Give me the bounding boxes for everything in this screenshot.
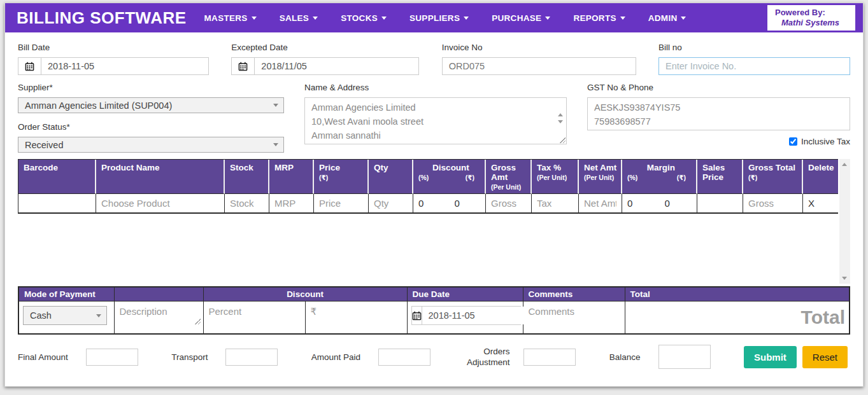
gst-phone-box[interactable]: AESKJS93874YIS75 75983698577: [587, 97, 850, 130]
discount-rs-input[interactable]: [450, 195, 486, 212]
nav-stocks[interactable]: STOCKS: [341, 13, 387, 23]
product-table-header: Barcode Product Name Stock MRP Price(₹) …: [18, 160, 838, 194]
excepted-date-input[interactable]: [255, 58, 418, 74]
comments-textarea[interactable]: [527, 305, 621, 318]
gross-total-input[interactable]: [743, 195, 802, 212]
transport-label: Transport: [171, 352, 208, 362]
name-address-label: Name & Address: [304, 83, 567, 92]
discount-percent-input[interactable]: [208, 305, 301, 318]
inclusive-tax-checkbox[interactable]: [789, 137, 797, 146]
col-product-name: Product Name: [96, 160, 225, 194]
caret-down-icon: [381, 17, 387, 20]
product-table-region: Barcode Product Name Stock MRP Price(₹) …: [18, 159, 850, 284]
resize-handle-icon[interactable]: [559, 137, 566, 143]
col-gross-total: Gross Total(₹): [743, 160, 803, 194]
caret-down-icon: [681, 17, 686, 20]
nav-reports[interactable]: REPORTS: [573, 13, 625, 23]
bill-no-label: Bill no: [658, 43, 850, 52]
product-name-input[interactable]: [96, 195, 224, 212]
caret-down-icon: [273, 143, 278, 146]
caret-down-icon: [273, 104, 278, 107]
nav-suppliers[interactable]: SUPPLIERS: [409, 13, 469, 23]
supplier-row: Supplier* Amman Agencies Limited (SUP004…: [18, 83, 850, 153]
powered-by-badge: Powered By: Mathi Systems: [767, 5, 855, 31]
discount-pct-input[interactable]: [413, 195, 450, 212]
submit-button[interactable]: Submit: [744, 346, 797, 368]
excepted-date-label: Excepted Date: [231, 43, 419, 52]
balance-label: Balance: [609, 352, 641, 362]
calendar-icon[interactable]: [412, 307, 422, 324]
col-gross-amt: Gross Amt(Per Unit): [486, 160, 532, 194]
margin-rs-input[interactable]: [660, 195, 697, 212]
nav-purchase[interactable]: PURCHASE: [492, 13, 550, 23]
caret-down-icon: [252, 17, 257, 20]
gross-amt-input[interactable]: [486, 195, 531, 212]
payment-row: Cash: [18, 301, 850, 335]
name-address-textarea[interactable]: Amman Agencies Limited 10,West Avani moo…: [304, 97, 567, 144]
col-discount-group: Discount: [203, 287, 407, 301]
caret-down-icon: [96, 314, 101, 317]
order-status-select[interactable]: Received: [18, 137, 284, 153]
product-table: Barcode Product Name Stock MRP Price(₹) …: [18, 159, 838, 214]
col-stock: Stock: [225, 160, 269, 194]
total-value: Total: [625, 301, 850, 335]
tax-input[interactable]: [532, 195, 578, 212]
bill-no-input[interactable]: [658, 57, 850, 75]
col-net-amt: Net Amt(Per Unit): [579, 160, 622, 194]
resize-handle-icon[interactable]: [194, 318, 201, 324]
calendar-icon[interactable]: [232, 58, 255, 74]
transport-input[interactable]: [225, 349, 278, 366]
amount-paid-input[interactable]: [378, 349, 430, 366]
nav-masters[interactable]: MASTERS: [204, 13, 257, 23]
col-discount: Discount(%)(₹): [413, 160, 486, 194]
col-barcode: Barcode: [18, 160, 96, 194]
final-amount-input[interactable]: [86, 349, 138, 366]
supplier-label: Supplier*: [18, 83, 284, 92]
description-textarea[interactable]: [118, 305, 199, 318]
bill-date-group: [18, 57, 209, 75]
scroll-up-icon[interactable]: [842, 163, 847, 166]
calendar-icon[interactable]: [18, 58, 41, 74]
table-scrollbar[interactable]: [839, 159, 850, 284]
price-input[interactable]: [314, 195, 368, 212]
bill-date-label: Bill Date: [18, 43, 209, 52]
scroll-up-icon[interactable]: [558, 113, 563, 116]
scroll-down-icon[interactable]: [558, 120, 563, 123]
nav-sales[interactable]: SALES: [280, 13, 318, 23]
mrp-input[interactable]: [269, 195, 313, 212]
top-navbar: BILLING SOFTWARE MASTERS SALES STOCKS SU…: [5, 3, 863, 32]
final-amount-label: Final Amount: [18, 352, 68, 362]
col-mrp: MRP: [269, 160, 314, 194]
sales-price-input[interactable]: [697, 195, 743, 212]
dates-row: Bill Date Excepted Date Invo: [18, 43, 850, 75]
nav-admin[interactable]: ADMIN: [648, 13, 687, 23]
scroll-down-icon[interactable]: [842, 277, 847, 280]
app-title: BILLING SOFTWARE: [17, 8, 187, 28]
stock-input[interactable]: [225, 195, 269, 212]
orders-adjustment-input[interactable]: [523, 349, 576, 366]
qty-input[interactable]: [369, 195, 413, 212]
payment-table-header: Mode of Payment Discount Due Date Commen…: [18, 287, 850, 301]
supplier-select[interactable]: Amman Agencies Limited (SUP004): [18, 97, 284, 113]
col-price: Price(₹): [314, 160, 369, 194]
col-description: [114, 287, 203, 301]
bill-date-input[interactable]: [41, 58, 208, 74]
discount-rupee-input[interactable]: [309, 305, 403, 318]
delete-row-button[interactable]: X: [803, 198, 815, 209]
textarea-scrollbar[interactable]: [556, 113, 565, 123]
invoice-no-label: Invoice No: [442, 43, 636, 52]
payment-table: Mode of Payment Discount Due Date Commen…: [18, 286, 850, 335]
barcode-input[interactable]: [18, 195, 96, 212]
caret-down-icon: [545, 17, 550, 20]
invoice-no-input[interactable]: [442, 57, 636, 75]
margin-pct-input[interactable]: [622, 195, 660, 212]
mode-of-payment-select[interactable]: Cash: [23, 306, 107, 325]
balance-input[interactable]: [658, 345, 711, 369]
reset-button[interactable]: Reset: [802, 346, 848, 368]
net-amt-input[interactable]: [579, 195, 622, 212]
amount-paid-label: Amount Paid: [311, 352, 360, 362]
col-due-date: Due Date: [407, 287, 523, 301]
col-total: Total: [625, 287, 850, 301]
main-nav: MASTERS SALES STOCKS SUPPLIERS PURCHASE …: [204, 13, 767, 23]
excepted-date-group: [231, 57, 419, 75]
